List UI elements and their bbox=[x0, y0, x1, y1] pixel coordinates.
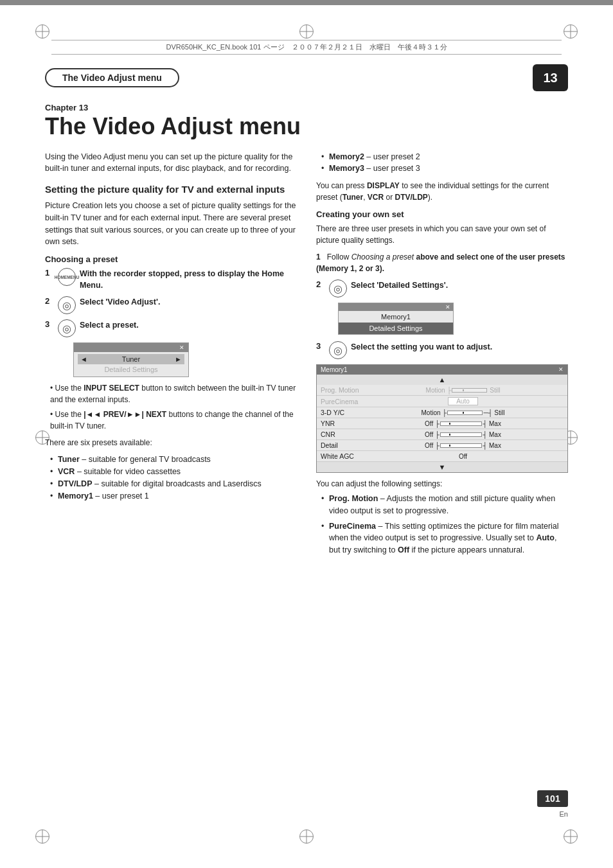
header-bar: The Video Adjust menu 13 bbox=[45, 64, 568, 91]
detailed-settings-ui-box: ✕ Memory1 Detailed Settings bbox=[338, 303, 454, 335]
display-note: You can press DISPLAY to see the individ… bbox=[316, 180, 568, 203]
detail-row: Detail Off ├┤ Max bbox=[317, 440, 567, 451]
six-presets-intro: There are six presets available: bbox=[45, 437, 297, 448]
memory-bullets: Memory2 – user preset 2 Memory3 – user p… bbox=[316, 151, 568, 175]
preset-tuner-row: ◄ Tuner ► bbox=[78, 354, 184, 364]
file-info-bar: DVR650HK_KC_EN.book 101 ページ ２００７年２月２１日 水… bbox=[51, 40, 562, 55]
right-column: Memory2 – user preset 2 Memory3 – user p… bbox=[316, 151, 568, 560]
detail-memory1-row: Memory1 bbox=[339, 311, 453, 323]
prog-motion-bullet: Prog. Motion – Adjusts the motion and st… bbox=[321, 493, 568, 517]
preset-tuner-item: Tuner – suitable for general TV broadcas… bbox=[50, 454, 297, 466]
purecinema-bullet: PureCinema – This setting optimizes the … bbox=[321, 520, 568, 556]
white-agc-row: White AGC Off bbox=[317, 451, 567, 462]
chapter-title: The Video Adjust menu bbox=[45, 114, 568, 139]
preset-ui-titlebar: ✕ bbox=[74, 343, 188, 352]
adjust-bullets-list: Prog. Motion – Adjusts the motion and st… bbox=[316, 493, 568, 556]
presets-list: Tuner – suitable for general TV broadcas… bbox=[45, 454, 297, 502]
step2-number: 2 bbox=[45, 296, 54, 306]
intro-paragraph: Using the Video Adjust menu you can set … bbox=[45, 151, 297, 175]
reg-mark-bc bbox=[299, 829, 314, 844]
prog-motion-row: Prog. Motion Motion ├ Still bbox=[317, 385, 567, 396]
input-select-note: • Use the INPUT SELECT button to switch … bbox=[45, 382, 297, 405]
memory-down-arrow: ▼ bbox=[317, 462, 567, 472]
home-menu-icon: HOMEMENU bbox=[58, 268, 76, 286]
preset-vcr-item: VCR – suitable for video cassettes bbox=[50, 466, 297, 478]
corner-mark-br bbox=[0, 4, 613, 5]
creating-set-body: There are three user presets in which yo… bbox=[316, 223, 568, 246]
page-number: 101 bbox=[537, 790, 568, 807]
header-title: The Video Adjust menu bbox=[45, 68, 179, 87]
preset-ui-box: ✕ ◄ Tuner ► Detailed Settings bbox=[73, 342, 189, 377]
step3-right-number: 3 bbox=[316, 341, 325, 351]
preset-memory1-item: Memory1 – user preset 1 bbox=[50, 490, 297, 502]
step2-right-number: 2 bbox=[316, 279, 325, 289]
reg-mark-tl bbox=[35, 24, 49, 39]
left-column: Using the Video Adjust menu you can set … bbox=[45, 151, 297, 560]
step3-number: 3 bbox=[45, 319, 54, 329]
reg-mark-tr bbox=[564, 24, 578, 39]
preset-detailed-label: Detailed Settings bbox=[80, 366, 182, 373]
step2-text: Select 'Video Adjust'. bbox=[80, 296, 297, 308]
step3-row: 3 ◎ Select a preset. bbox=[45, 319, 297, 337]
arrow-right-icon: ► bbox=[175, 355, 182, 363]
preset-dtv-item: DTV/LDP – suitable for digital broadcast… bbox=[50, 478, 297, 490]
cnr-row: CNR Off ├┤ Max bbox=[317, 429, 567, 440]
memory-up-arrow: ▲ bbox=[317, 375, 567, 385]
step3-right-icon: ◎ bbox=[329, 341, 347, 359]
detailed-ui-titlebar: ✕ bbox=[339, 303, 453, 311]
memory2-item: Memory2 – user preset 2 bbox=[321, 151, 568, 163]
section1-body: Picture Creation lets you choose a set o… bbox=[45, 200, 297, 248]
prev-next-note: • Use the |◄◄ PREV/►►| NEXT buttons to c… bbox=[45, 409, 297, 432]
arrow-left-icon: ◄ bbox=[80, 355, 87, 363]
memory-titlebar: Memory1 ✕ bbox=[317, 365, 567, 375]
chapter-label: Chapter 13 bbox=[45, 103, 568, 112]
preset-tuner-label: Tuner bbox=[90, 355, 172, 363]
preset-ui-body: ◄ Tuner ► Detailed Settings bbox=[74, 352, 188, 376]
main-content: Chapter 13 The Video Adjust menu Using t… bbox=[45, 103, 568, 560]
two-column-layout: Using the Video Adjust menu you can set … bbox=[45, 151, 568, 560]
step1-right-text: 1 Follow Choosing a preset above and sel… bbox=[316, 251, 568, 274]
step1-number: 1 bbox=[45, 268, 54, 278]
reg-mark-br bbox=[564, 829, 578, 844]
choosing-preset-heading: Choosing a preset bbox=[45, 254, 297, 264]
step2-right-text: Select 'Detailed Settings'. bbox=[351, 279, 568, 291]
memory-settings-box: Memory1 ✕ ▲ Prog. Motion Motion ├ Still … bbox=[316, 364, 568, 473]
step3-icon: ◎ bbox=[58, 319, 76, 337]
step2-right-icon: ◎ bbox=[329, 279, 347, 297]
step2-row: 2 ◎ Select 'Video Adjust'. bbox=[45, 296, 297, 314]
memory3-item: Memory3 – user preset 3 bbox=[321, 163, 568, 175]
section1-heading: Setting the picture quality for TV and e… bbox=[45, 184, 297, 195]
preset-detailed-row: Detailed Settings bbox=[78, 364, 184, 375]
reg-mark-bl bbox=[35, 829, 49, 844]
step3-right-text: Select the setting you want to adjust. bbox=[351, 341, 568, 353]
adjust-intro: You can adjust the following settings: bbox=[316, 478, 568, 490]
step1-text: With the recorder stopped, press to disp… bbox=[80, 268, 297, 291]
step2-icon: ◎ bbox=[58, 296, 76, 314]
step3-right-row: 3 ◎ Select the setting you want to adjus… bbox=[316, 341, 568, 359]
step2-right-row: 2 ◎ Select 'Detailed Settings'. bbox=[316, 279, 568, 297]
page-lang-label: En bbox=[537, 810, 568, 818]
purecinema-row: PureCinema Auto bbox=[317, 396, 567, 407]
detail-settings-row: Detailed Settings bbox=[339, 323, 453, 334]
step1-row: 1 HOMEMENU With the recorder stopped, pr… bbox=[45, 268, 297, 291]
creating-set-heading: Creating your own set bbox=[316, 209, 568, 219]
reg-mark-tc bbox=[299, 24, 314, 39]
3dy-c-row: 3-D Y/C Motion ├─┤ Still bbox=[317, 407, 567, 418]
chapter-badge: 13 bbox=[533, 64, 568, 91]
ynr-row: YNR Off ├┤ Max bbox=[317, 418, 567, 429]
step3-text: Select a preset. bbox=[80, 319, 297, 331]
